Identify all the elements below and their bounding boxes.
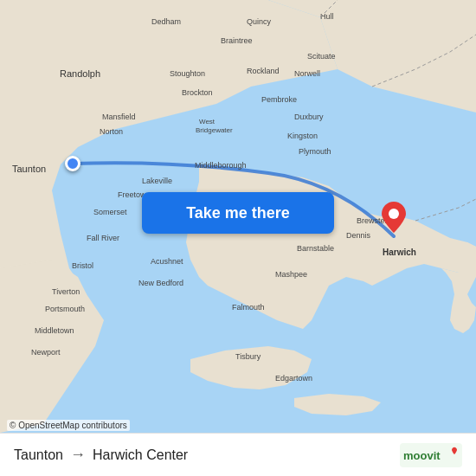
svg-text:Pembroke: Pembroke: [261, 95, 297, 104]
destination-marker: [382, 202, 406, 236]
svg-text:Portsmouth: Portsmouth: [45, 305, 85, 313]
svg-text:Fall River: Fall River: [87, 234, 119, 242]
svg-point-42: [389, 209, 399, 219]
svg-text:Bridgewater: Bridgewater: [196, 126, 233, 134]
svg-text:Lakeville: Lakeville: [142, 177, 172, 185]
svg-text:Dedham: Dedham: [151, 17, 181, 26]
svg-text:Dennis: Dennis: [346, 231, 371, 240]
svg-text:Randolph: Randolph: [60, 68, 100, 79]
svg-text:Mashpee: Mashpee: [275, 270, 307, 279]
svg-text:Duxbury: Duxbury: [294, 113, 324, 121]
svg-text:Middleborough: Middleborough: [195, 161, 247, 170]
svg-text:Acushnet: Acushnet: [151, 257, 183, 266]
svg-text:Stoughton: Stoughton: [170, 69, 205, 78]
svg-text:New Bedford: New Bedford: [138, 279, 183, 287]
svg-text:Mansfield: Mansfield: [102, 113, 136, 121]
svg-text:Somerset: Somerset: [93, 208, 127, 216]
svg-text:Quincy: Quincy: [247, 17, 272, 26]
svg-text:Plymouth: Plymouth: [299, 147, 331, 156]
bottom-bar: Taunton → Harwich Center moovit: [0, 433, 476, 476]
route-destination: Harwich Center: [93, 447, 188, 463]
svg-text:Edgartown: Edgartown: [275, 374, 312, 383]
svg-text:Norton: Norton: [100, 127, 123, 136]
svg-text:Middletown: Middletown: [35, 326, 74, 335]
svg-text:Tiverton: Tiverton: [52, 287, 80, 296]
svg-text:Norwell: Norwell: [294, 69, 320, 78]
svg-text:Bristol: Bristol: [72, 261, 93, 270]
route-arrow: →: [70, 446, 86, 464]
svg-text:Brockton: Brockton: [182, 88, 213, 97]
svg-text:Falmouth: Falmouth: [232, 303, 265, 312]
origin-marker: [65, 156, 80, 171]
moovit-logo-svg: moovit: [400, 443, 462, 467]
map-container: Hull Quincy Dedham Braintree Randolph Sc…: [0, 0, 476, 433]
svg-text:Harwich: Harwich: [383, 248, 416, 257]
moovit-logo: moovit: [400, 443, 462, 467]
svg-text:Braintree: Braintree: [221, 36, 253, 45]
svg-text:Rockland: Rockland: [247, 67, 280, 75]
route-info: Taunton → Harwich Center: [14, 446, 188, 464]
map-attribution: © OpenStreetMap contributors: [7, 420, 130, 431]
svg-text:Barnstable: Barnstable: [297, 244, 334, 253]
svg-text:Kingston: Kingston: [287, 132, 318, 140]
svg-text:Scituate: Scituate: [307, 52, 336, 61]
route-origin: Taunton: [14, 447, 63, 463]
svg-text:Tisbury: Tisbury: [235, 352, 261, 361]
take-me-there-button[interactable]: Take me there: [142, 192, 334, 234]
svg-text:moovit: moovit: [403, 449, 441, 462]
svg-text:Newport: Newport: [31, 348, 61, 357]
svg-text:West: West: [199, 118, 215, 125]
svg-text:Taunton: Taunton: [12, 164, 46, 174]
svg-text:Hull: Hull: [320, 12, 334, 21]
